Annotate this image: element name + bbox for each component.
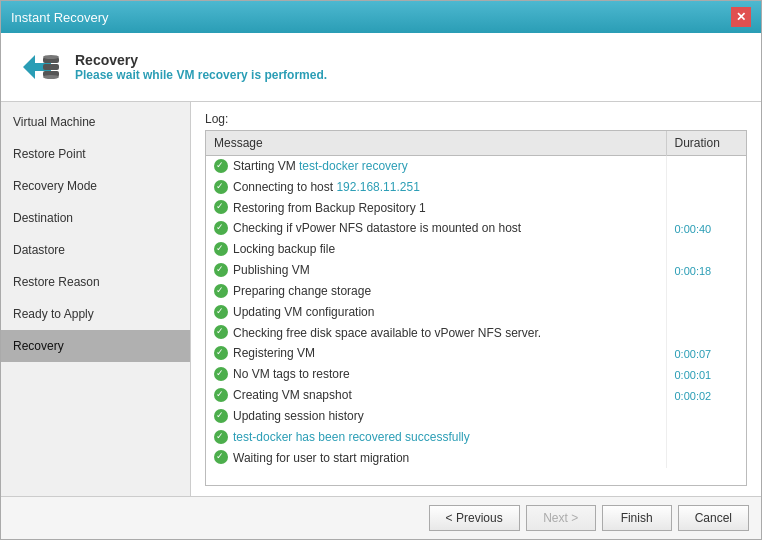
log-duration	[666, 177, 746, 198]
log-duration	[666, 156, 746, 177]
log-duration	[666, 448, 746, 469]
sidebar-label-ready-to-apply: Ready to Apply	[13, 307, 94, 321]
log-row: Checking free disk space available to vP…	[206, 323, 746, 344]
log-row: Starting VM test-docker recovery	[206, 156, 746, 177]
log-row: Publishing VM0:00:18	[206, 260, 746, 281]
check-icon	[214, 263, 228, 277]
check-icon	[214, 450, 228, 464]
sidebar-item-destination[interactable]: Destination	[1, 202, 190, 234]
sidebar-label-virtual-machine: Virtual Machine	[13, 115, 96, 129]
next-button[interactable]: Next >	[526, 505, 596, 531]
right-panel: Log: Message Duration Starting VM test-d…	[191, 102, 761, 496]
log-duration: 0:00:18	[666, 260, 746, 281]
log-table-container[interactable]: Message Duration Starting VM test-docker…	[205, 130, 747, 486]
log-table-header: Message Duration	[206, 131, 746, 156]
sidebar-item-recovery[interactable]: Recovery	[1, 330, 190, 362]
header-text: Recovery Please wait while VM recovery i…	[75, 52, 327, 82]
log-link: test-docker recovery	[299, 159, 408, 173]
sidebar-item-virtual-machine[interactable]: Virtual Machine	[1, 106, 190, 138]
sidebar-label-restore-point: Restore Point	[13, 147, 86, 161]
check-icon	[214, 180, 228, 194]
log-duration	[666, 281, 746, 302]
check-icon	[214, 325, 228, 339]
previous-button[interactable]: < Previous	[429, 505, 520, 531]
log-duration: 0:00:40	[666, 218, 746, 239]
check-icon	[214, 200, 228, 214]
sidebar-item-ready-to-apply[interactable]: Ready to Apply	[1, 298, 190, 330]
close-button[interactable]: ✕	[731, 7, 751, 27]
window-title: Instant Recovery	[11, 10, 109, 25]
svg-point-4	[43, 55, 59, 59]
log-link: test-docker has been recovered successfu…	[233, 430, 470, 444]
check-icon	[214, 305, 228, 319]
finish-button[interactable]: Finish	[602, 505, 672, 531]
log-duration	[666, 406, 746, 427]
svg-rect-2	[43, 64, 59, 70]
sidebar-label-restore-reason: Restore Reason	[13, 275, 100, 289]
main-area: Virtual Machine Restore Point Recovery M…	[1, 102, 761, 496]
log-row: Connecting to host 192.168.11.251	[206, 177, 746, 198]
check-icon	[214, 346, 228, 360]
sidebar-item-datastore[interactable]: Datastore	[1, 234, 190, 266]
sidebar-item-restore-reason[interactable]: Restore Reason	[1, 266, 190, 298]
check-icon	[214, 367, 228, 381]
log-link: 192.168.11.251	[336, 180, 419, 194]
log-row: Creating VM snapshot0:00:02	[206, 385, 746, 406]
log-row: Preparing change storage	[206, 281, 746, 302]
log-row: Locking backup file	[206, 239, 746, 260]
sidebar: Virtual Machine Restore Point Recovery M…	[1, 102, 191, 496]
footer: < Previous Next > Finish Cancel	[1, 496, 761, 539]
log-row: Registering VM0:00:07	[206, 343, 746, 364]
header-desc-prefix: Please wait while	[75, 68, 176, 82]
sidebar-label-recovery-mode: Recovery Mode	[13, 179, 97, 193]
log-row: Updating VM configuration	[206, 302, 746, 323]
log-duration: 0:00:02	[666, 385, 746, 406]
sidebar-item-restore-point[interactable]: Restore Point	[1, 138, 190, 170]
log-duration	[666, 323, 746, 344]
cancel-button[interactable]: Cancel	[678, 505, 749, 531]
log-row: No VM tags to restore0:00:01	[206, 364, 746, 385]
log-duration	[666, 427, 746, 448]
col-message: Message	[206, 131, 666, 156]
sidebar-item-recovery-mode[interactable]: Recovery Mode	[1, 170, 190, 202]
col-duration: Duration	[666, 131, 746, 156]
header-desc-suffix: recovery is performed.	[194, 68, 327, 82]
svg-point-5	[43, 75, 59, 79]
check-icon	[214, 159, 228, 173]
instant-recovery-window: Instant Recovery ✕ Recovery	[0, 0, 762, 540]
check-icon	[214, 284, 228, 298]
log-duration	[666, 302, 746, 323]
header-description: Please wait while VM recovery is perform…	[75, 68, 327, 82]
log-table: Message Duration Starting VM test-docker…	[206, 131, 746, 468]
recovery-icon	[15, 43, 63, 91]
log-row: Waiting for user to start migration	[206, 448, 746, 469]
header-panel: Recovery Please wait while VM recovery i…	[1, 33, 761, 102]
check-icon	[214, 388, 228, 402]
check-icon	[214, 409, 228, 423]
check-icon	[214, 242, 228, 256]
log-row: test-docker has been recovered successfu…	[206, 427, 746, 448]
sidebar-label-datastore: Datastore	[13, 243, 65, 257]
sidebar-label-destination: Destination	[13, 211, 73, 225]
header-desc-highlight: VM	[176, 68, 194, 82]
header-icon	[15, 43, 63, 91]
log-duration: 0:00:07	[666, 343, 746, 364]
log-row: Updating session history	[206, 406, 746, 427]
sidebar-label-recovery: Recovery	[13, 339, 64, 353]
check-icon	[214, 430, 228, 444]
title-bar: Instant Recovery ✕	[1, 1, 761, 33]
header-title: Recovery	[75, 52, 327, 68]
check-icon	[214, 221, 228, 235]
log-row: Checking if vPower NFS datastore is moun…	[206, 218, 746, 239]
log-duration	[666, 239, 746, 260]
log-label: Log:	[205, 112, 747, 126]
log-row: Restoring from Backup Repository 1	[206, 198, 746, 219]
log-duration	[666, 198, 746, 219]
log-duration: 0:00:01	[666, 364, 746, 385]
